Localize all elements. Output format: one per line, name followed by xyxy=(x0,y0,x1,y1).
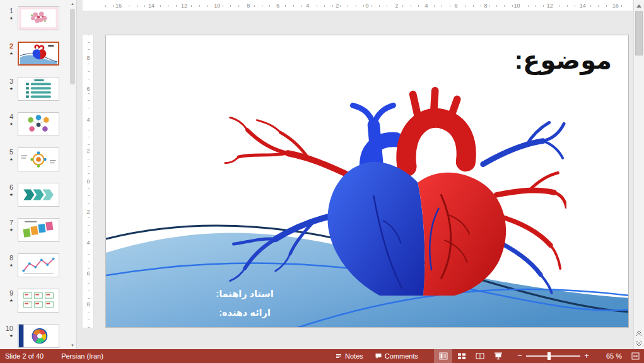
zoom-in-button[interactable]: + xyxy=(582,349,592,363)
slide-number: 2 xyxy=(9,42,13,50)
thumbnail-preview[interactable] xyxy=(18,289,59,313)
language-indicator[interactable]: Persian (Iran) xyxy=(61,352,103,360)
ruler-mark: 4 xyxy=(86,115,90,124)
ruler-mark: 12 xyxy=(180,3,189,9)
normal-view-button[interactable] xyxy=(434,349,452,363)
wheel-thumbnail-art xyxy=(18,325,59,347)
supervisor-line: استاد راهنما: xyxy=(191,284,298,303)
thumb-scrollbar-thumb[interactable] xyxy=(70,9,75,84)
slide-number: 8 xyxy=(9,254,13,262)
thumbnail-preview[interactable] xyxy=(18,324,59,348)
transition-star-icon: ★ xyxy=(9,228,13,233)
thumbnail-preview[interactable] xyxy=(18,112,59,136)
ribbons-thumbnail-art xyxy=(18,219,59,241)
slide-sorter-icon xyxy=(457,352,466,360)
ruler-mark: 6 xyxy=(86,269,90,278)
ruler-mark: 6 xyxy=(275,3,281,9)
comments-label: Comments xyxy=(385,352,418,360)
floral-title-thumbnail-art xyxy=(18,7,59,30)
thumbnail-preview[interactable] xyxy=(18,183,59,207)
ring-diagram-thumbnail-art xyxy=(18,148,59,171)
thumb-scroll-down-button[interactable]: ▼ xyxy=(69,342,76,349)
slide-title[interactable]: موضوع: xyxy=(515,45,612,74)
slide-sorter-button[interactable] xyxy=(452,349,471,363)
ruler-mark: 14 xyxy=(578,3,587,9)
ruler-mark: 12 xyxy=(546,3,554,9)
fit-slide-icon xyxy=(631,352,640,360)
credits-textbox[interactable]: استاد راهنما: ارائه دهنده: xyxy=(191,284,298,322)
slide-thumbnail-6[interactable]: 6 ★ xyxy=(4,183,76,208)
vertical-scrollbar[interactable] xyxy=(633,0,644,349)
thumbnail-preview[interactable] xyxy=(18,42,59,66)
comments-icon xyxy=(375,352,382,360)
slide-number: 1 xyxy=(9,7,13,14)
notes-button[interactable]: Notes xyxy=(329,349,369,363)
heart-illustration[interactable] xyxy=(223,84,566,296)
ruler-mark: 0 xyxy=(364,3,370,9)
transition-star-icon: ★ xyxy=(9,51,13,56)
slide-thumbnail-7[interactable]: 7 ★ xyxy=(4,218,76,243)
slideshow-icon xyxy=(494,352,503,360)
thumbnail-preview[interactable] xyxy=(18,147,59,171)
slide-thumbnail-1[interactable]: 1 ★ xyxy=(4,6,76,32)
slide-thumbnail-9[interactable]: 9 ★ xyxy=(4,289,76,314)
comments-button[interactable]: Comments xyxy=(369,349,424,363)
double-chevron-up-icon xyxy=(636,330,642,337)
zoom-slider[interactable] xyxy=(526,349,580,363)
slide-thumbnail-2[interactable]: 2 ★ xyxy=(4,42,76,67)
slide-thumbnail-4[interactable]: 4 ★ xyxy=(4,112,76,137)
slide-canvas[interactable]: موضوع: xyxy=(105,35,629,328)
ruler-mark: 14 xyxy=(147,3,156,9)
ruler-mark: 2 xyxy=(334,3,340,9)
ruler-mark: 4 xyxy=(423,3,429,9)
slide-thumbnail-10[interactable]: 10 ★ xyxy=(4,324,76,349)
reading-view-button[interactable] xyxy=(471,349,489,363)
ruler-mark: 10 xyxy=(213,3,221,9)
ruler-mark: 6 xyxy=(454,3,459,9)
ruler-mark: 6 xyxy=(86,84,90,93)
ruler-mark: 8 xyxy=(483,3,489,9)
previous-slide-button[interactable] xyxy=(634,328,644,338)
grid-thumbnail-art xyxy=(18,289,59,312)
zoom-out-button[interactable]: − xyxy=(515,349,525,363)
list-slide-thumbnail-art xyxy=(18,78,59,100)
slide-thumbnail-3[interactable]: 3 ★ xyxy=(4,77,76,102)
chart-thumbnail-art xyxy=(18,254,59,277)
next-slide-button[interactable] xyxy=(634,338,644,348)
ruler-mark: 4 xyxy=(86,238,90,247)
ruler-mark: 2 xyxy=(86,207,90,216)
ruler-mark: 16 xyxy=(611,3,620,9)
presenter-line: ارائه دهنده: xyxy=(191,303,298,322)
horizontal-ruler[interactable]: 16 14 12 10 8 6 4 2 0 2 4 6 8 10 12 14 1… xyxy=(83,0,633,11)
zoom-slider-thumb[interactable] xyxy=(547,352,551,360)
zoom-percent[interactable]: 65 % xyxy=(595,352,622,360)
ruler-mark: 2 xyxy=(86,146,90,155)
ruler-mark: 8 xyxy=(86,54,90,62)
thumbnail-panel-scrollbar[interactable]: ▲ ▼ xyxy=(69,0,76,349)
transition-star-icon: ★ xyxy=(9,16,13,21)
ruler-mark: 4 xyxy=(305,3,310,9)
transition-star-icon: ★ xyxy=(9,192,13,197)
slide-thumbnail-panel: 1 ★ 2 ★ xyxy=(0,0,77,349)
slide-thumbnail-5[interactable]: 5 ★ xyxy=(4,147,76,173)
scrollbar-thumb[interactable] xyxy=(635,11,643,55)
thumbnail-preview[interactable] xyxy=(18,253,59,277)
slide-thumbnail-8[interactable]: 8 ★ xyxy=(4,253,76,279)
slideshow-button[interactable] xyxy=(489,349,507,363)
thumb-scroll-up-button[interactable]: ▲ xyxy=(69,0,76,8)
slide-number: 6 xyxy=(9,183,13,191)
ruler-mark: 10 xyxy=(513,3,522,9)
slide-number: 5 xyxy=(9,148,13,156)
circles-diagram-thumbnail-art xyxy=(18,113,59,135)
thumbnail-preview[interactable] xyxy=(18,6,59,30)
normal-view-icon xyxy=(439,352,448,360)
thumbnail-preview[interactable] xyxy=(18,77,59,101)
slide-number: 10 xyxy=(6,325,13,332)
vertical-ruler[interactable]: 8 6 4 2 0 2 4 6 8 xyxy=(83,35,94,328)
slide-number: 3 xyxy=(9,78,13,85)
thumbnail-preview[interactable] xyxy=(18,218,59,242)
slide-indicator[interactable]: Slide 2 of 40 xyxy=(5,352,44,360)
scroll-up-button[interactable] xyxy=(634,1,644,11)
ruler-mark: 0 xyxy=(86,177,90,186)
fit-slide-button[interactable] xyxy=(627,349,643,363)
